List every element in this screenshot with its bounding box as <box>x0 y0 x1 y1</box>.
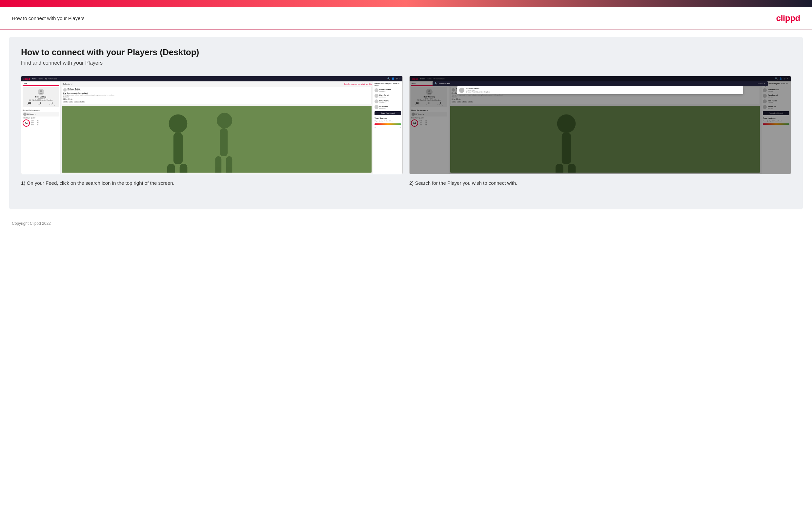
most-active-title: Most Active Players - Last 30 days <box>375 83 401 87</box>
activity-duration-2: 02 hr : 00 min <box>451 98 759 100</box>
player-row-1: Richard ButlerActivities: 7 <box>375 88 401 92</box>
player-row-2b: Piers ParnellActivities: 4 <box>763 94 790 98</box>
player-select[interactable]: Eli Vincent ▾ <box>22 112 59 117</box>
team-dashboard-button[interactable]: Team Dashboard <box>375 111 401 115</box>
search-result-card[interactable]: Marcus Turner 1-5 Handicap Cypress Point… <box>457 86 743 94</box>
main-subheading: Find and connect with your Players <box>21 60 791 66</box>
player-av-2b <box>763 94 767 98</box>
mini-player-perf: Player Performance Eli Vincent ▾ Total P… <box>22 109 59 127</box>
copyright: Copyright Clippd 2022 <box>12 221 51 226</box>
activity-tags-2: OTT APP ARG PUTT <box>451 101 759 103</box>
player-perf-title: Player Performance <box>22 109 59 111</box>
settings-icon-2: ⚙ <box>783 78 785 80</box>
tag-arg: ARG <box>74 101 79 103</box>
svg-rect-18 <box>568 164 576 173</box>
mini-center-2: Following ▾ Control who can see your act… <box>449 81 761 174</box>
svg-rect-9 <box>220 128 228 156</box>
search-icon-2: 🔍 <box>775 78 778 80</box>
mini-nav-teams: Teams <box>38 78 43 80</box>
header-divider <box>0 30 812 30</box>
tag-arg-2: ARG <box>462 101 467 103</box>
search-result-club: Cypress Point Club, United Kingdom <box>466 91 490 93</box>
heatmap-bar-2 <box>763 123 790 125</box>
caption-2: 2) Search for the Player you wish to con… <box>409 179 791 187</box>
control-link[interactable]: Control who can see your activity and da… <box>344 83 372 85</box>
search-bar: 🔍 Marcus Turner CLEAR ✕ <box>433 81 768 86</box>
player-row-3b: Hiral PujaraActivities: 3 <box>763 99 790 103</box>
mini-right-2: Most Active Players - Last 30 days Richa… <box>761 81 791 174</box>
player-av-4b <box>763 105 767 109</box>
mini-nav-home: Home <box>32 78 36 80</box>
screenshot-1: clippd Home Teams My Performance 🔍 👤 ⚙ ○ <box>21 76 403 174</box>
heatmap-title-2: Team Heatmap <box>763 117 790 119</box>
duration-label: Duration <box>63 96 370 98</box>
top-bar <box>0 0 812 7</box>
close-icon[interactable]: ✕ <box>787 78 789 80</box>
chevron-down-icon: ▾ <box>35 113 36 115</box>
mini-nav-icons-2: 🔍 👤 ⚙ ✕ <box>775 78 789 80</box>
search-icon-overlay: 🔍 <box>434 82 437 85</box>
close-icon-overlay[interactable]: ✕ <box>764 82 766 85</box>
mini-nav-home-2: Home <box>420 78 425 80</box>
player-av-4 <box>375 105 378 109</box>
mini-logo-2: clippd <box>412 78 419 80</box>
duration-label-2: Duration <box>451 96 759 98</box>
mini-profile-card: Blair McHarg Golf Coach Mill Ride Golf C… <box>22 87 59 107</box>
svg-rect-7 <box>180 164 188 173</box>
svg-rect-16 <box>562 133 571 164</box>
mini-bars-2: OTT79 APP70 ARG61 <box>420 120 429 126</box>
avatar-icon: ○ <box>399 78 400 80</box>
avatar <box>38 89 44 95</box>
profile-stats: 129Activities 3Followers 4Following <box>24 102 58 106</box>
heatmap-scale: -5+5 <box>375 126 401 128</box>
mini-nav-perf: My Performance <box>45 78 57 80</box>
following-button[interactable]: Following ▾ <box>62 83 73 85</box>
svg-point-1 <box>39 93 43 94</box>
player-row-4b: Eli VincentActivities: 1 <box>763 105 790 109</box>
activity-header: Richard Butler Yesterday - The Grove <box>63 88 370 92</box>
clear-button[interactable]: CLEAR <box>757 83 763 85</box>
mini-nav-1: clippd Home Teams My Performance 🔍 👤 ⚙ ○ <box>21 76 402 81</box>
svg-rect-14 <box>450 106 760 173</box>
svg-rect-17 <box>556 164 563 173</box>
tag-putt: PUTT <box>79 101 85 103</box>
screenshot-2: clippd Home Teams My Performance 🔍 👤 ⚙ ✕ <box>409 76 791 174</box>
mini-feed-tab: Feed <box>22 83 59 86</box>
player-row-3: Hiral PujaraActivities: 3 <box>375 99 401 103</box>
score-circle-2: 84 <box>411 120 418 127</box>
tag-putt-2: PUTT <box>468 101 473 103</box>
svg-point-15 <box>557 114 576 133</box>
player-av-3b <box>763 99 767 103</box>
heatmap-subtitle: Player Quality - 20 Round Trend <box>375 120 401 122</box>
heatmap-subtitle-2: Player Quality - 20 Round Trend <box>763 120 790 122</box>
svg-rect-6 <box>167 164 175 173</box>
search-result-avatar <box>459 88 464 93</box>
mini-bg-image <box>62 106 372 173</box>
heatmap-title: Team Heatmap <box>375 117 401 119</box>
search-input[interactable]: Marcus Turner <box>439 83 756 85</box>
screenshot-col-1: clippd Home Teams My Performance 🔍 👤 ⚙ ○ <box>21 76 403 187</box>
selected-player: Eli Vincent <box>27 114 34 115</box>
selected-player-2: Eli Vincent <box>416 114 422 115</box>
header-title: How to connect with your Players <box>12 15 85 21</box>
mini-bars: OTT79 APP70 ARG61 <box>31 120 40 126</box>
mini-following-bar: Following ▾ Control who can see your act… <box>62 83 372 85</box>
activity-tags: OTT APP ARG PUTT <box>63 101 370 103</box>
header: How to connect with your Players clippd <box>0 7 812 30</box>
profile-stats-2: 129Activities 3Followers 4Following <box>412 102 446 106</box>
mini-nav-icons: 🔍 👤 ⚙ ○ <box>387 78 400 80</box>
player-row-4: Eli VincentActivities: 1 <box>375 105 401 109</box>
footer: Copyright Clippd 2022 <box>0 216 812 231</box>
mini-left-1: Feed Blair McHarg Golf Coach Mill Ride G… <box>21 81 61 174</box>
activity-duration: 02 hr : 00 min <box>63 98 370 100</box>
activity-desc-2: Walking the course with my coach to buil… <box>451 94 759 96</box>
chevron-down-icon-2: ▾ <box>423 113 424 115</box>
mini-logo-1: clippd <box>23 78 30 80</box>
svg-rect-5 <box>174 133 183 164</box>
search-overlay: 🔍 Marcus Turner CLEAR ✕ Marcus Turner 1-… <box>410 81 791 94</box>
screenshots-row: clippd Home Teams My Performance 🔍 👤 ⚙ ○ <box>21 76 791 187</box>
tag-ott-2: OTT <box>451 101 456 103</box>
search-icon[interactable]: 🔍 <box>387 78 390 80</box>
tag-app-2: APP <box>457 101 462 103</box>
mini-bg-image-2 <box>450 106 760 173</box>
